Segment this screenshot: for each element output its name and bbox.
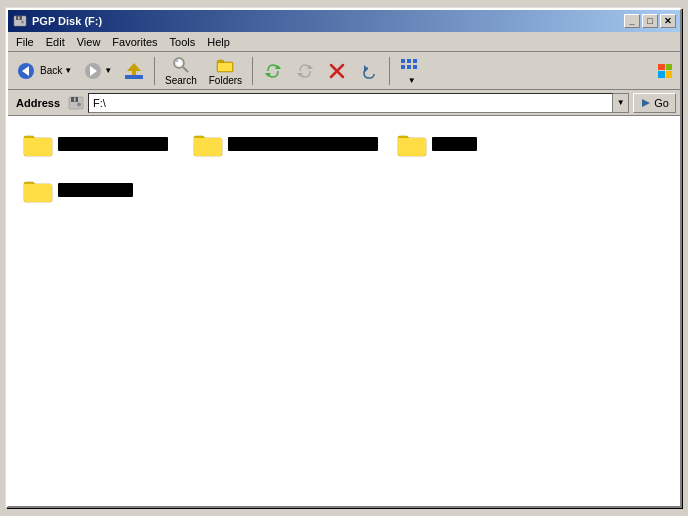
address-bar: Address ▼ Go <box>8 90 680 116</box>
views-icon <box>400 57 422 75</box>
folder-icon-3 <box>396 130 428 158</box>
folder-item-1[interactable] <box>18 126 178 162</box>
menu-file[interactable]: File <box>10 34 40 50</box>
folders-button[interactable]: Folders <box>204 55 247 87</box>
back-dropdown-arrow[interactable]: ▼ <box>64 66 72 75</box>
menu-tools[interactable]: Tools <box>164 34 202 50</box>
svg-line-13 <box>183 67 188 72</box>
toolbar: Back ▼ ▼ <box>8 52 680 90</box>
minimize-button[interactable]: _ <box>624 14 640 28</box>
folder-name-1 <box>58 137 168 151</box>
forward-button[interactable]: ▼ <box>79 55 117 87</box>
title-disk-icon <box>12 13 28 29</box>
folder-item-4[interactable] <box>18 172 670 208</box>
move-icon <box>264 62 282 80</box>
folders-label: Folders <box>209 75 242 86</box>
folder-name-4 <box>58 183 133 197</box>
toolbar-sep-3 <box>389 57 390 85</box>
move-button[interactable] <box>258 55 288 87</box>
delete-button[interactable] <box>322 55 352 87</box>
forward-icon <box>84 62 102 80</box>
svg-rect-26 <box>401 65 405 69</box>
close-button[interactable]: ✕ <box>660 14 676 28</box>
folder-icon-2 <box>192 130 224 158</box>
delete-icon <box>328 62 346 80</box>
undo-button[interactable] <box>354 55 384 87</box>
go-label: Go <box>654 97 669 109</box>
search-icon <box>172 56 190 74</box>
back-label: Back <box>40 65 62 76</box>
toolbar-sep-2 <box>252 57 253 85</box>
folder-name-2 <box>228 137 378 151</box>
address-input-wrapper: ▼ <box>88 93 629 113</box>
folder-item-3[interactable] <box>392 126 552 162</box>
svg-rect-29 <box>413 65 417 69</box>
svg-rect-24 <box>401 59 405 63</box>
svg-point-3 <box>21 21 24 24</box>
window-title: PGP Disk (F:) <box>32 15 102 27</box>
menu-help[interactable]: Help <box>201 34 236 50</box>
content-area <box>8 116 680 506</box>
go-arrow-icon <box>640 97 652 109</box>
svg-rect-32 <box>74 97 76 101</box>
folder-icon-4 <box>22 176 54 204</box>
back-icon <box>17 62 39 80</box>
svg-rect-28 <box>413 59 417 63</box>
folder-icon-1 <box>22 130 54 158</box>
menu-favorites[interactable]: Favorites <box>106 34 163 50</box>
copy-icon <box>296 62 314 80</box>
copy-button[interactable] <box>290 55 320 87</box>
folder-grid <box>18 126 670 208</box>
explorer-window: PGP Disk (F:) _ □ ✕ File Edit View Favor… <box>6 8 682 508</box>
winxp-logo <box>658 64 672 78</box>
views-button[interactable]: ▼ <box>395 55 427 87</box>
svg-marker-23 <box>364 65 368 73</box>
up-button[interactable] <box>119 55 149 87</box>
toolbar-sep-1 <box>154 57 155 85</box>
svg-rect-2 <box>18 17 20 20</box>
folder-item-2[interactable] <box>188 126 382 162</box>
address-input[interactable] <box>88 93 613 113</box>
title-bar-left: PGP Disk (F:) <box>12 13 102 29</box>
folders-icon <box>216 56 234 74</box>
undo-icon <box>360 62 378 80</box>
menu-edit[interactable]: Edit <box>40 34 71 50</box>
svg-rect-27 <box>407 65 411 69</box>
svg-rect-16 <box>218 63 232 71</box>
svg-rect-25 <box>407 59 411 63</box>
svg-marker-9 <box>127 63 141 71</box>
menu-bar: File Edit View Favorites Tools Help <box>8 32 680 52</box>
svg-point-33 <box>77 102 81 106</box>
back-button[interactable]: Back ▼ <box>12 55 77 87</box>
views-dropdown-arrow[interactable]: ▼ <box>408 76 416 85</box>
up-icon <box>125 62 143 80</box>
search-label: Search <box>165 75 197 86</box>
search-button[interactable]: Search <box>160 55 202 87</box>
maximize-button[interactable]: □ <box>642 14 658 28</box>
title-bar-buttons: _ □ ✕ <box>624 14 676 28</box>
forward-dropdown-arrow[interactable]: ▼ <box>104 66 112 75</box>
address-dropdown-arrow[interactable]: ▼ <box>613 93 629 113</box>
svg-marker-34 <box>642 99 650 107</box>
go-button[interactable]: Go <box>633 93 676 113</box>
folder-name-3 <box>432 137 477 151</box>
address-disk-icon <box>68 95 84 111</box>
svg-point-14 <box>176 60 178 62</box>
title-bar: PGP Disk (F:) _ □ ✕ <box>8 10 680 32</box>
svg-rect-10 <box>125 75 143 79</box>
address-label: Address <box>12 97 64 109</box>
menu-view[interactable]: View <box>71 34 107 50</box>
